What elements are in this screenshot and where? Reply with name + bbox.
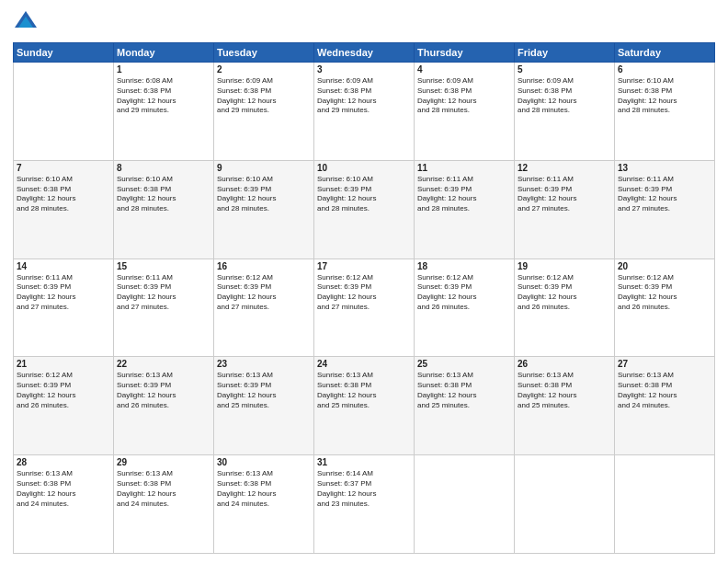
- calendar-cell: 21Sunrise: 6:12 AMSunset: 6:39 PMDayligh…: [14, 357, 114, 455]
- day-info: Sunrise: 6:12 AMSunset: 6:39 PMDaylight:…: [417, 273, 511, 313]
- weekday-header-friday: Friday: [515, 43, 615, 63]
- calendar-cell: 6Sunrise: 6:10 AMSunset: 6:38 PMDaylight…: [615, 63, 715, 161]
- day-number: 19: [518, 261, 611, 271]
- day-info: Sunrise: 6:11 AMSunset: 6:39 PMDaylight:…: [417, 175, 511, 214]
- calendar-cell: 23Sunrise: 6:13 AMSunset: 6:39 PMDayligh…: [214, 357, 314, 455]
- day-number: 7: [17, 163, 110, 173]
- day-info: Sunrise: 6:09 AMSunset: 6:38 PMDaylight:…: [217, 76, 311, 116]
- day-info: Sunrise: 6:09 AMSunset: 6:38 PMDaylight:…: [317, 76, 411, 116]
- day-number: 23: [217, 359, 311, 369]
- weekday-header-thursday: Thursday: [415, 43, 515, 63]
- day-info: Sunrise: 6:13 AMSunset: 6:38 PMDaylight:…: [518, 371, 611, 410]
- day-number: 2: [217, 64, 311, 75]
- day-number: 17: [317, 261, 411, 271]
- calendar-cell: 15Sunrise: 6:11 AMSunset: 6:39 PMDayligh…: [114, 259, 214, 357]
- day-number: 12: [518, 163, 611, 173]
- calendar-cell: 5Sunrise: 6:09 AMSunset: 6:38 PMDaylight…: [515, 63, 615, 161]
- day-info: Sunrise: 6:10 AMSunset: 6:38 PMDaylight:…: [117, 175, 210, 214]
- calendar-cell: 17Sunrise: 6:12 AMSunset: 6:39 PMDayligh…: [314, 259, 415, 357]
- calendar-cell: 1Sunrise: 6:08 AMSunset: 6:38 PMDaylight…: [114, 63, 214, 161]
- day-number: 21: [17, 359, 110, 369]
- week-row-2: 7Sunrise: 6:10 AMSunset: 6:38 PMDaylight…: [14, 160, 715, 259]
- day-number: 6: [618, 64, 711, 75]
- day-info: Sunrise: 6:10 AMSunset: 6:38 PMDaylight:…: [618, 76, 711, 116]
- calendar-cell: 27Sunrise: 6:13 AMSunset: 6:38 PMDayligh…: [615, 357, 715, 455]
- weekday-header-sunday: Sunday: [14, 43, 114, 63]
- calendar-cell: 26Sunrise: 6:13 AMSunset: 6:38 PMDayligh…: [515, 357, 615, 455]
- day-info: Sunrise: 6:13 AMSunset: 6:38 PMDaylight:…: [17, 469, 110, 509]
- day-info: Sunrise: 6:11 AMSunset: 6:39 PMDaylight:…: [618, 175, 711, 214]
- calendar-cell: [415, 455, 515, 554]
- page: SundayMondayTuesdayWednesdayThursdayFrid…: [0, 0, 728, 563]
- calendar-cell: 28Sunrise: 6:13 AMSunset: 6:38 PMDayligh…: [14, 455, 114, 554]
- day-number: 16: [217, 261, 311, 271]
- day-number: 9: [217, 163, 311, 173]
- day-number: 5: [518, 64, 611, 75]
- calendar-cell: 4Sunrise: 6:09 AMSunset: 6:38 PMDaylight…: [415, 63, 515, 161]
- day-number: 8: [117, 163, 210, 173]
- day-number: 31: [317, 457, 411, 467]
- week-row-1: 1Sunrise: 6:08 AMSunset: 6:38 PMDaylight…: [14, 63, 715, 161]
- day-info: Sunrise: 6:12 AMSunset: 6:39 PMDaylight:…: [518, 273, 611, 313]
- day-info: Sunrise: 6:10 AMSunset: 6:39 PMDaylight:…: [317, 175, 411, 214]
- day-number: 30: [217, 457, 311, 467]
- day-number: 26: [518, 359, 611, 369]
- day-info: Sunrise: 6:11 AMSunset: 6:39 PMDaylight:…: [518, 175, 611, 214]
- day-info: Sunrise: 6:13 AMSunset: 6:38 PMDaylight:…: [217, 469, 311, 509]
- calendar-cell: 18Sunrise: 6:12 AMSunset: 6:39 PMDayligh…: [415, 259, 515, 357]
- calendar-cell: [515, 455, 615, 554]
- day-info: Sunrise: 6:09 AMSunset: 6:38 PMDaylight:…: [518, 76, 611, 116]
- day-number: 27: [618, 359, 711, 369]
- day-number: 28: [17, 457, 110, 467]
- day-info: Sunrise: 6:11 AMSunset: 6:39 PMDaylight:…: [17, 273, 110, 313]
- day-info: Sunrise: 6:13 AMSunset: 6:38 PMDaylight:…: [618, 371, 711, 410]
- day-info: Sunrise: 6:13 AMSunset: 6:38 PMDaylight:…: [117, 469, 210, 509]
- calendar-cell: 20Sunrise: 6:12 AMSunset: 6:39 PMDayligh…: [615, 259, 715, 357]
- day-info: Sunrise: 6:13 AMSunset: 6:39 PMDaylight:…: [217, 371, 311, 410]
- day-info: Sunrise: 6:10 AMSunset: 6:38 PMDaylight:…: [17, 175, 110, 214]
- calendar-cell: 24Sunrise: 6:13 AMSunset: 6:38 PMDayligh…: [314, 357, 415, 455]
- day-number: 3: [317, 64, 411, 75]
- day-info: Sunrise: 6:12 AMSunset: 6:39 PMDaylight:…: [217, 273, 311, 313]
- calendar-cell: 30Sunrise: 6:13 AMSunset: 6:38 PMDayligh…: [214, 455, 314, 554]
- logo: [13, 9, 42, 35]
- day-info: Sunrise: 6:13 AMSunset: 6:39 PMDaylight:…: [117, 371, 210, 410]
- day-number: 25: [417, 359, 511, 369]
- day-info: Sunrise: 6:11 AMSunset: 6:39 PMDaylight:…: [117, 273, 210, 313]
- weekday-header-row: SundayMondayTuesdayWednesdayThursdayFrid…: [14, 43, 715, 63]
- calendar-cell: 29Sunrise: 6:13 AMSunset: 6:38 PMDayligh…: [114, 455, 214, 554]
- calendar-cell: 16Sunrise: 6:12 AMSunset: 6:39 PMDayligh…: [214, 259, 314, 357]
- day-number: 1: [117, 64, 210, 75]
- calendar-cell: 9Sunrise: 6:10 AMSunset: 6:39 PMDaylight…: [214, 160, 314, 259]
- day-info: Sunrise: 6:12 AMSunset: 6:39 PMDaylight:…: [17, 371, 110, 410]
- calendar-cell: 14Sunrise: 6:11 AMSunset: 6:39 PMDayligh…: [14, 259, 114, 357]
- weekday-header-tuesday: Tuesday: [214, 43, 314, 63]
- calendar-cell: 8Sunrise: 6:10 AMSunset: 6:38 PMDaylight…: [114, 160, 214, 259]
- calendar-cell: 25Sunrise: 6:13 AMSunset: 6:38 PMDayligh…: [415, 357, 515, 455]
- day-number: 22: [117, 359, 210, 369]
- day-number: 20: [618, 261, 711, 271]
- calendar-cell: 2Sunrise: 6:09 AMSunset: 6:38 PMDaylight…: [214, 63, 314, 161]
- week-row-5: 28Sunrise: 6:13 AMSunset: 6:38 PMDayligh…: [14, 455, 715, 554]
- week-row-4: 21Sunrise: 6:12 AMSunset: 6:39 PMDayligh…: [14, 357, 715, 455]
- day-info: Sunrise: 6:13 AMSunset: 6:38 PMDaylight:…: [417, 371, 511, 410]
- day-info: Sunrise: 6:08 AMSunset: 6:38 PMDaylight:…: [117, 76, 210, 116]
- calendar-cell: [14, 63, 114, 161]
- calendar-cell: 7Sunrise: 6:10 AMSunset: 6:38 PMDaylight…: [14, 160, 114, 259]
- calendar-cell: 12Sunrise: 6:11 AMSunset: 6:39 PMDayligh…: [515, 160, 615, 259]
- calendar-cell: 31Sunrise: 6:14 AMSunset: 6:37 PMDayligh…: [314, 455, 415, 554]
- day-number: 10: [317, 163, 411, 173]
- day-info: Sunrise: 6:12 AMSunset: 6:39 PMDaylight:…: [618, 273, 711, 313]
- day-number: 15: [117, 261, 210, 271]
- calendar-cell: 13Sunrise: 6:11 AMSunset: 6:39 PMDayligh…: [615, 160, 715, 259]
- weekday-header-monday: Monday: [114, 43, 214, 63]
- weekday-header-saturday: Saturday: [615, 43, 715, 63]
- day-number: 29: [117, 457, 210, 467]
- calendar-cell: 10Sunrise: 6:10 AMSunset: 6:39 PMDayligh…: [314, 160, 415, 259]
- header: [13, 9, 715, 35]
- calendar-cell: 3Sunrise: 6:09 AMSunset: 6:38 PMDaylight…: [314, 63, 415, 161]
- day-info: Sunrise: 6:13 AMSunset: 6:38 PMDaylight:…: [317, 371, 411, 410]
- day-info: Sunrise: 6:14 AMSunset: 6:37 PMDaylight:…: [317, 469, 411, 509]
- day-number: 18: [417, 261, 511, 271]
- day-info: Sunrise: 6:12 AMSunset: 6:39 PMDaylight:…: [317, 273, 411, 313]
